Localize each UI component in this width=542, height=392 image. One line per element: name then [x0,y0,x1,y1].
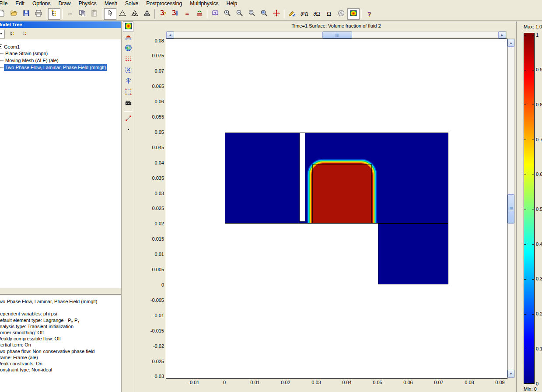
y-tick-label: 0.04 [138,160,164,165]
particle-tracing-button[interactable] [123,76,133,87]
open-button[interactable] [8,8,20,20]
scroll-left-button[interactable]: ◄ [166,32,174,38]
y-tick-label: 0.07 [138,68,164,74]
draw-line-button[interactable] [123,114,133,124]
copy-button[interactable] [76,8,88,20]
tree-root-row[interactable]: Geom1 [0,43,121,50]
cut-button[interactable]: ✂ [64,8,76,20]
menu-options[interactable]: Options [28,0,54,7]
menu-draw[interactable]: Draw [54,0,74,7]
help-button[interactable]: ? [363,8,375,20]
y-tick-label: -0.02 [138,343,164,349]
new-button[interactable] [0,8,8,20]
tree-view-button-1[interactable] [0,30,5,38]
vertical-scroll-thumb[interactable] [507,194,514,224]
menu-help[interactable]: Help [223,0,241,7]
model-library-button[interactable]: ? [209,8,221,20]
geometry-edges-button[interactable] [123,87,133,98]
tree-item[interactable]: Moving Mesh (ALE) (ale) [4,57,60,64]
arrow-plot-icon [125,55,132,64]
model-tree-toggle-button[interactable] [48,8,60,20]
menu-physics[interactable]: Physics [74,0,100,7]
plot-canvas[interactable] [166,38,507,379]
zoom-in-button[interactable] [221,8,234,20]
x-tick-label: 0.02 [273,380,299,385]
toolbar-separator [207,9,208,19]
menu-multiphysics[interactable]: Multiphysics [186,0,222,7]
y-tick-label: 0.035 [138,175,164,181]
scroll-down-button[interactable]: ▼ [507,370,514,378]
zoom-window-button[interactable] [246,8,258,20]
arrow-plot-button[interactable] [123,54,133,65]
tree-item[interactable]: Plane Strain (smpn) [4,50,49,57]
boundary-plot-button[interactable] [123,43,133,54]
tree-view-button-3[interactable] [20,30,29,38]
thumb-grip [336,34,339,37]
solve-icon [171,9,179,19]
colorbar-tick-label: 0.7 [536,137,542,142]
tree-view-button-2[interactable] [7,30,17,38]
vertical-scrollbar[interactable]: ▲ ▼ [507,38,515,378]
menu-mesh[interactable]: Mesh [101,0,121,7]
colorbar-tick-label: 0.8 [536,102,542,107]
horizontal-scroll-thumb[interactable] [322,32,352,38]
log-line: Inertial term: On [0,342,121,348]
surface-plot-button[interactable] [123,21,133,32]
colorbar-tick-label: 0.3 [536,276,542,281]
mesh-solid-button[interactable] [141,8,153,20]
comsol-window: FileEditOptionsDrawPhysicsMeshSolvePostp… [0,0,542,392]
new-file-icon [0,9,6,19]
menu-file[interactable]: File [0,0,11,7]
fluid1-upper-domain [225,133,448,224]
y-tick-label: -0.005 [138,298,164,303]
subdomain-mode-button[interactable]: Ω [323,8,335,20]
menu-solve[interactable]: Solve [121,0,142,7]
menu-postprocessing[interactable]: Postprocessing [142,0,186,7]
horizontal-scrollbar[interactable]: ◄ ► [166,31,507,38]
colorbar-tick-mark [532,384,534,384]
y-tick-label: -0.01 [138,313,164,318]
toolbar-separator [154,9,155,19]
solve-button[interactable] [169,8,181,20]
chevron-left-icon: ◄ [168,33,172,37]
tree-item[interactable]: Two-Phase Flow, Laminar, Phase Field (mm… [4,64,107,71]
zoom-out-button[interactable] [234,8,246,20]
streamline-plot-button[interactable] [123,65,133,76]
contour-plot-button[interactable] [123,32,133,43]
log-line: Weak constraints: On [0,360,121,367]
colorbar-tick-label: 0.5 [536,206,542,212]
colorbar-tick-mark [532,210,534,210]
scroll-right-button[interactable]: ► [498,32,506,38]
triangle-outline-icon [119,9,126,19]
solver-parameters-button[interactable]: ? [157,8,169,20]
animation-button[interactable] [123,98,133,108]
restart-button[interactable] [193,8,206,20]
draw-mode-button[interactable] [286,8,298,20]
zoom-extents-button[interactable] [258,8,270,20]
colorbar-min-label: Min: 0 [524,386,542,392]
postprocessing-mode-button[interactable] [347,8,360,20]
draw-point-button[interactable] [123,125,133,135]
scroll-up-button[interactable]: ▲ [507,39,514,47]
zoom-in-icon [224,9,231,19]
paste-button[interactable] [88,8,101,20]
x-tick-label: 0.09 [487,380,513,385]
menu-edit[interactable]: Edit [11,0,28,7]
point-mode-button[interactable]: ∂²Ω [298,8,311,20]
update-solution-button[interactable]: = [181,8,193,20]
boundary-mode-button[interactable]: ∂Ω [311,8,323,20]
pointer-button[interactable] [104,8,116,20]
mesh-refine-button[interactable] [129,8,141,20]
save-button[interactable] [20,8,32,20]
pointer-arrow-icon [106,9,114,19]
main-toolbar: ✂ ? = ? ∂²Ω ∂Ω Ω ? [0,7,542,20]
pan-button[interactable] [270,8,283,20]
print-button[interactable] [32,8,45,20]
collapse-icon[interactable] [0,44,2,49]
mesh-init-button[interactable] [116,8,129,20]
y-tick-label: 0.045 [138,145,164,150]
y-tick-label: -0.03 [138,374,164,379]
log-line: Constraint type: Non-ideal [0,367,121,373]
slot-void [299,133,305,222]
mesh-mode-button[interactable] [335,8,347,20]
